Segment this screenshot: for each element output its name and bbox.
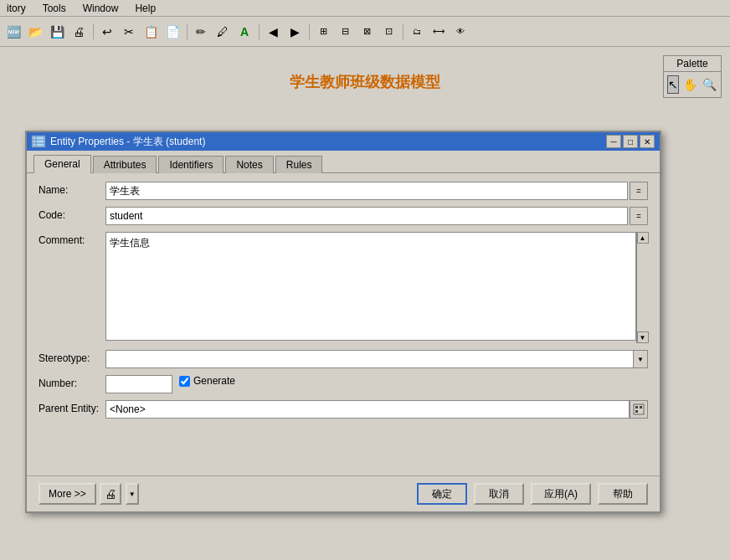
parent-entity-row: Parent Entity: [39,400,648,419]
more-button[interactable]: More >> [39,483,96,505]
palette-cursor-btn[interactable]: ↖ [667,75,679,94]
ok-button[interactable]: 确定 [417,483,467,505]
dialog-body: Name: = Code: = Comment: ▲ ▼ [27,172,660,475]
toolbar-pencil-btn[interactable]: ✏ [191,22,211,42]
palette-hand-btn[interactable]: ✋ [682,75,698,94]
comment-scrollbar: ▲ ▼ [636,232,648,343]
svg-rect-7 [640,406,642,408]
toolbar-view-btn[interactable]: 👁 [450,22,470,42]
toolbar-open-btn[interactable]: 📂 [25,22,45,42]
dialog-title-icon [32,136,45,147]
main-area: 学生教师班级数据模型 Palette ↖ ✋ 🔍 Entity Properti… [0,47,730,560]
code-row: Code: = [39,207,648,225]
print-dropdown-btn[interactable]: ▼ [126,483,139,505]
scrollbar-track[interactable] [637,244,648,331]
palette-panel: Palette ↖ ✋ 🔍 [663,55,722,98]
apply-button[interactable]: 应用(A) [531,483,591,505]
toolbar-copy-btn[interactable]: 📋 [141,22,161,42]
toolbar-text-btn[interactable]: A [234,22,254,42]
tab-notes[interactable]: Notes [225,156,273,173]
comment-textarea-wrapper: ▲ ▼ [105,232,648,343]
parent-input[interactable] [105,400,630,419]
toolbar-prev-btn[interactable]: ◀ [263,22,283,42]
toolbar-sep-5 [400,22,405,42]
palette-icons: ↖ ✋ 🔍 [664,72,721,97]
menu-item-window[interactable]: Window [80,2,122,15]
dialog-minimize-btn[interactable]: ─ [606,135,621,148]
tab-identifiers[interactable]: Identifiers [158,156,224,173]
palette-zoom-btn[interactable]: 🔍 [702,75,717,94]
generate-checkbox[interactable] [179,376,190,387]
print-button[interactable]: 🖨 [100,483,121,505]
svg-rect-4 [634,404,644,414]
dialog-close-btn[interactable]: ✕ [640,135,655,148]
name-formula-btn[interactable]: = [630,182,648,200]
comment-row: Comment: ▲ ▼ [39,232,648,343]
footer-right: 确定 取消 应用(A) 帮助 [417,483,648,505]
footer-left: More >> 🖨 ▼ [39,483,139,505]
svg-rect-0 [33,136,44,146]
toolbar-new-btn[interactable]: 🆕 [3,22,23,42]
help-button[interactable]: 帮助 [598,483,648,505]
dialog-tabs: General Attributes Identifiers Notes Rul… [27,151,660,172]
dialog-maximize-btn[interactable]: □ [623,135,638,148]
toolbar-entity-btn[interactable]: 🗂 [407,22,427,42]
stereotype-select[interactable] [105,350,648,368]
toolbar-pen-btn[interactable]: 🖊 [213,22,233,42]
cancel-button[interactable]: 取消 [474,483,524,505]
toolbar-zoom-in-btn[interactable]: ⊞ [313,22,333,42]
toolbar-zoom-out-btn[interactable]: ⊟ [335,22,355,42]
stereotype-row: Stereotype: ▼ [39,350,648,368]
parent-browse-btn[interactable] [630,400,648,419]
comment-textarea[interactable] [105,232,636,341]
generate-text: Generate [193,375,235,387]
code-label: Code: [39,207,105,221]
menu-item-history[interactable]: itory [3,2,29,15]
toolbar-undo-btn[interactable]: ↩ [97,22,117,42]
palette-title: Palette [664,56,721,72]
number-row: Number: Generate [39,375,648,393]
dialog-title-controls: ─ □ ✕ [606,135,655,148]
toolbar-print-btn[interactable]: 🖨 [69,22,89,42]
toolbar-cut-btn[interactable]: ✂ [119,22,139,42]
entity-properties-dialog: Entity Properties - 学生表 (student) ─ □ ✕ … [25,131,661,513]
toolbar: 🆕 📂 💾 🖨 ↩ ✂ 📋 📄 ✏ 🖊 A ◀ ▶ ⊞ ⊟ ⊠ ⊡ 🗂 ⟷ 👁 [0,17,730,47]
toolbar-sep-2 [184,22,189,42]
comment-label: Comment: [39,232,105,246]
stereotype-select-wrapper: ▼ [105,350,648,368]
canvas-title: 学生教师班级数据模型 [0,72,730,92]
svg-rect-6 [635,410,638,413]
toolbar-next-btn[interactable]: ▶ [285,22,305,42]
number-input[interactable] [105,375,172,393]
dialog-title-left: Entity Properties - 学生表 (student) [32,135,205,149]
toolbar-sep-3 [256,22,261,42]
toolbar-sep-4 [306,22,311,42]
toolbar-sep-1 [90,22,95,42]
generate-label: Generate [179,375,235,387]
menu-item-help[interactable]: Help [131,2,159,15]
toolbar-paste-btn[interactable]: 📄 [162,22,182,42]
toolbar-save-btn[interactable]: 💾 [47,22,67,42]
name-input[interactable] [105,182,628,200]
toolbar-zoom-100-btn[interactable]: ⊡ [378,22,398,42]
scrollbar-down-arrow[interactable]: ▼ [637,331,649,343]
code-formula-btn[interactable]: = [630,207,648,225]
stereotype-label: Stereotype: [39,350,105,364]
menubar: itory Tools Window Help [0,0,730,17]
name-row: Name: = [39,182,648,200]
toolbar-rel-btn[interactable]: ⟷ [429,22,449,42]
svg-rect-5 [635,406,638,408]
menu-item-tools[interactable]: Tools [39,2,69,15]
scrollbar-up-arrow[interactable]: ▲ [637,232,649,244]
tab-rules[interactable]: Rules [275,156,323,173]
dialog-spacer [39,425,648,467]
code-input[interactable] [105,207,628,225]
name-label: Name: [39,182,105,196]
number-label: Number: [39,375,105,389]
stereotype-dropdown-arrow[interactable]: ▼ [633,350,648,368]
dialog-titlebar: Entity Properties - 学生表 (student) ─ □ ✕ [27,132,660,151]
tab-general[interactable]: General [33,155,91,173]
toolbar-zoom-fit-btn[interactable]: ⊠ [357,22,377,42]
tab-attributes[interactable]: Attributes [93,156,157,173]
dialog-footer: More >> 🖨 ▼ 确定 取消 应用(A) 帮助 [27,475,660,511]
